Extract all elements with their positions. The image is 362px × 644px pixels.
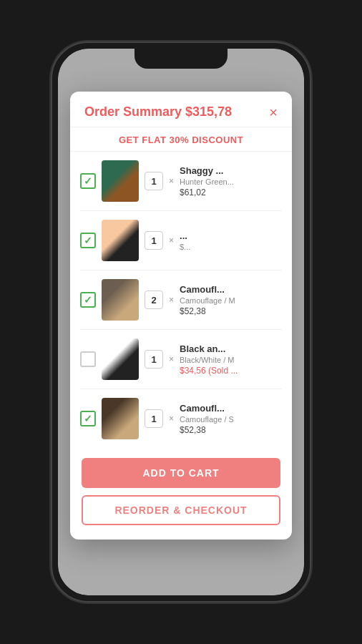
discount-banner: GET FLAT 30% DISCOUNT [70, 127, 292, 152]
phone-frame: Payment Status Pending Fulfillment Statu… [52, 43, 310, 601]
item-checkbox-1[interactable] [80, 173, 96, 189]
item-variant-4: Black/White / M [180, 356, 282, 364]
modal-overlay: Order Summary $315,78 × GET FLAT 30% DIS… [58, 49, 304, 595]
item-price-5: $52,38 [180, 425, 282, 435]
item-qty-5[interactable]: 1 [145, 409, 163, 428]
list-item: 1 × ... $... [80, 211, 282, 270]
item-image-1 [102, 160, 139, 202]
modal-title: Order Summary $315,78 [84, 104, 232, 119]
phone-screen: Payment Status Pending Fulfillment Statu… [58, 49, 304, 595]
item-checkbox-5[interactable] [80, 411, 96, 426]
action-buttons: ADD TO CART REORDER & CHECKOUT [70, 448, 292, 525]
item-image-3 [102, 279, 139, 321]
item-qty-4[interactable]: 1 [145, 350, 163, 369]
item-image-placeholder-2 [102, 220, 139, 261]
close-button[interactable]: × [269, 105, 278, 119]
item-price-3: $52,38 [180, 306, 282, 316]
item-image-placeholder-1 [102, 160, 139, 202]
x-mark-4: × [169, 354, 174, 364]
item-name-5: Camoufl... [180, 403, 282, 414]
item-info-5: Camoufl... Camouflage / S $52,38 [180, 403, 282, 435]
list-item: 1 × Black an... Black/White / M $34,56 (… [80, 330, 282, 389]
item-info-3: Camoufl... Camouflage / M $52,38 [180, 284, 282, 316]
phone-notch [134, 49, 228, 69]
items-list: 1 × Shaggy ... Hunter Green... $61,02 [70, 152, 292, 448]
item-image-4 [102, 338, 139, 380]
item-qty-1[interactable]: 1 [145, 172, 163, 190]
x-mark-2: × [169, 235, 174, 245]
x-mark-3: × [169, 295, 174, 305]
modal-header: Order Summary $315,78 × [70, 92, 292, 127]
item-qty-2[interactable]: 1 [145, 231, 163, 250]
power-button [308, 163, 310, 206]
volume-down-button [52, 226, 54, 265]
reorder-checkout-button[interactable]: REORDER & CHECKOUT [82, 495, 280, 525]
x-mark-5: × [169, 414, 174, 424]
add-to-cart-button[interactable]: ADD TO CART [82, 458, 280, 488]
item-variant-3: Camouflage / M [180, 296, 282, 305]
item-info-1: Shaggy ... Hunter Green... $61,02 [180, 165, 282, 197]
list-item: 1 × Shaggy ... Hunter Green... $61,02 [80, 152, 282, 211]
mute-button [52, 142, 54, 167]
item-image-5 [102, 398, 139, 439]
list-item: 1 × Camoufl... Camouflage / S $52,38 [80, 389, 282, 448]
item-price-4: $34,56 (Sold ... [180, 366, 282, 376]
item-variant-2: $... [180, 243, 282, 251]
item-checkbox-3[interactable] [80, 292, 96, 308]
item-variant-5: Camouflage / S [180, 415, 282, 424]
item-name-4: Black an... [180, 343, 282, 354]
item-name-2: ... [180, 230, 282, 241]
item-image-placeholder-5 [102, 398, 139, 439]
order-summary-modal: Order Summary $315,78 × GET FLAT 30% DIS… [70, 92, 292, 540]
volume-up-button [52, 177, 54, 217]
item-image-placeholder-3 [102, 279, 139, 321]
item-image-placeholder-4 [102, 338, 139, 380]
item-qty-3[interactable]: 2 [145, 291, 163, 309]
item-info-2: ... $... [180, 230, 282, 251]
item-variant-1: Hunter Green... [180, 177, 282, 186]
item-info-4: Black an... Black/White / M $34,56 (Sold… [180, 343, 282, 376]
item-image-2 [102, 220, 139, 261]
item-checkbox-2[interactable] [80, 233, 96, 248]
item-name-3: Camoufl... [180, 284, 282, 295]
list-item: 2 × Camoufl... Camouflage / M $52,38 [80, 270, 282, 330]
x-mark-1: × [169, 176, 174, 186]
item-price-1: $61,02 [180, 187, 282, 197]
item-checkbox-4[interactable] [80, 351, 96, 367]
item-name-1: Shaggy ... [180, 165, 282, 176]
